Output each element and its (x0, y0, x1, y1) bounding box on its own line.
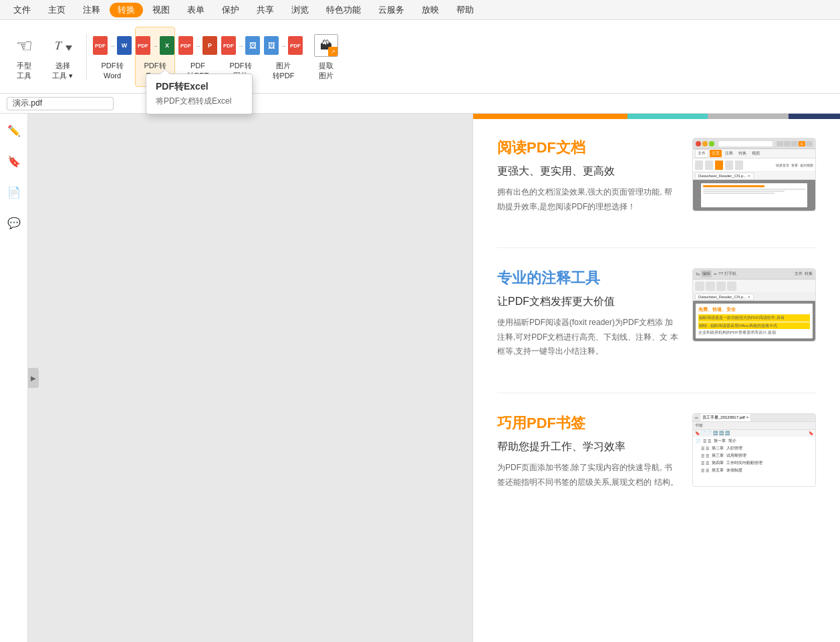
hand-tool-label: 手型工具 (17, 61, 31, 80)
color-bar-teal (627, 114, 708, 119)
hand-tool-button[interactable]: ☜ 手型工具 (7, 27, 41, 87)
preview-subtitle-annotate: 让PDF文档发挥更大价值 (497, 295, 679, 309)
preview-section-bookmark: 巧用PDF书签 帮助您提升工作、学习效率 为PDF页面添加书签,除了实现内容的快… (497, 413, 816, 490)
menu-features[interactable]: 特色功能 (318, 3, 369, 17)
menu-home[interactable]: 主页 (40, 3, 74, 17)
section-divider-2 (497, 393, 816, 393)
extract-image-icon: 🏔 ↗ (313, 33, 339, 58)
pdf-to-word-label: PDF转Word (102, 61, 124, 80)
color-bar-gray (708, 114, 789, 119)
preview-title-annotate: 专业的注释工具 (497, 268, 679, 288)
pdf-to-image-icon: PDF → 🖼 (228, 33, 253, 58)
sidebar-comment-icon[interactable]: 💬 (4, 213, 24, 233)
preview-img-read: G 文件 主页 注释 转换 视图 (692, 138, 816, 211)
select-tool-label: 选择工具 ▾ (52, 61, 73, 80)
sidebar-pages-icon[interactable]: 📄 (4, 182, 24, 202)
menubar: 文件 主页 注释 转换 视图 表单 保护 共享 浏览 特色功能 云服务 放映 帮… (0, 0, 840, 20)
pdf-to-excel-icon: PDF → X (142, 33, 168, 58)
image-to-pdf-label: 图片转PDF (273, 61, 295, 80)
collapse-panel-button[interactable]: ▶ (28, 368, 39, 388)
menu-share[interactable]: 共享 (249, 3, 282, 17)
color-bar (473, 114, 840, 119)
color-bar-navy (789, 114, 840, 119)
menu-file[interactable]: 文件 (5, 3, 39, 17)
section-divider-1 (497, 247, 816, 248)
image-to-pdf-icon: 🖼 → PDF (271, 33, 296, 58)
menu-present[interactable]: 放映 (414, 3, 447, 17)
preview-desc-bookmark: 为PDF页面添加书签,除了实现内容的快速导航, 书签还能指明不同书签的层级关系,… (497, 461, 679, 490)
menu-protect[interactable]: 保护 (214, 3, 247, 17)
preview-scroll[interactable]: 阅读PDF文档 更强大、更实用、更高效 拥有出色的文档渲染效果,强大的页面管理功… (473, 119, 840, 642)
preview-desc-annotate: 使用福昕PDF阅读器(foxit reader)为PDF文档添 加注释,可对PD… (497, 316, 679, 359)
toolbar-divider-1 (86, 33, 87, 80)
color-bar-orange (473, 114, 627, 119)
hand-icon: ☜ (11, 33, 37, 58)
image-to-pdf-button[interactable]: 🖼 → PDF 图片转PDF (263, 27, 303, 87)
menu-annotation[interactable]: 注释 (75, 3, 108, 17)
sidebar: ✏️ 🔖 📄 💬 (0, 114, 28, 642)
menu-form[interactable]: 表单 (179, 3, 213, 17)
main-layout: ✏️ 🔖 📄 💬 ▶ 阅读PDF文档 (0, 114, 840, 642)
preview-img-annotate: To编辑 ✏ TT 打字机 文件 转换 (692, 268, 816, 342)
tooltip-desc: 将PDF文档转成Excel (156, 96, 243, 107)
preview-text-annotate: 专业的注释工具 让PDF文档发挥更大价值 使用福昕PDF阅读器(foxit re… (497, 268, 679, 359)
preview-desc-read: 拥有出色的文档渲染效果,强大的页面管理功能, 帮助提升效率,是您阅读PDF的理想… (497, 185, 679, 214)
preview-title-bookmark: 巧用PDF书签 (497, 413, 679, 433)
svg-marker-1 (65, 45, 72, 51)
tooltip-popup: PDF转Excel 将PDF文档转成Excel (146, 74, 253, 114)
preview-img-bookmark: ✏ 员工手册_20120917.pdf × 书签 🔖📄📄🔤🔤🔤🔖 (692, 413, 816, 487)
pdf-preview-panel: 阅读PDF文档 更强大、更实用、更高效 拥有出色的文档渲染效果,强大的页面管理功… (472, 114, 840, 642)
pathbar (0, 94, 840, 114)
content-area: ▶ 阅读PDF文档 更强大、更实用、更高效 拥有出色的文档 (28, 114, 840, 642)
menu-browse[interactable]: 浏览 (283, 3, 317, 17)
menu-convert[interactable]: 转换 (110, 3, 143, 17)
preview-text-bookmark: 巧用PDF书签 帮助您提升工作、学习效率 为PDF页面添加书签,除了实现内容的快… (497, 413, 679, 490)
sidebar-edit-icon[interactable]: ✏️ (4, 120, 24, 140)
select-icon: 𝑇 (50, 33, 76, 58)
toolbar: ☜ 手型工具 𝑇 选择工具 ▾ PDF → W PDF转Word (0, 20, 840, 94)
preview-section-read: 阅读PDF文档 更强大、更实用、更高效 拥有出色的文档渲染效果,强大的页面管理功… (497, 138, 816, 214)
pdf-to-word-button[interactable]: PDF → W PDF转Word (92, 27, 132, 87)
menu-help[interactable]: 帮助 (448, 3, 482, 17)
select-tool-button[interactable]: 𝑇 选择工具 ▾ (44, 27, 81, 87)
extract-image-button[interactable]: 🏔 ↗ 提取图片 (306, 27, 346, 87)
menu-cloud[interactable]: 云服务 (370, 3, 412, 17)
sidebar-bookmark-icon[interactable]: 🔖 (4, 151, 24, 171)
pdf-to-ppt-icon: PDF → P (185, 33, 211, 58)
extract-image-label: 提取图片 (319, 61, 333, 80)
preview-text-read: 阅读PDF文档 更强大、更实用、更高效 拥有出色的文档渲染效果,强大的页面管理功… (497, 138, 679, 214)
preview-title-read: 阅读PDF文档 (497, 138, 679, 158)
svg-text:𝑇: 𝑇 (55, 39, 63, 52)
preview-subtitle-read: 更强大、更实用、更高效 (497, 165, 679, 179)
file-path-input[interactable] (7, 97, 114, 110)
tooltip-title: PDF转Excel (156, 81, 243, 93)
pdf-to-word-icon: PDF → W (100, 33, 125, 58)
menu-view[interactable]: 视图 (144, 3, 178, 17)
preview-subtitle-bookmark: 帮助您提升工作、学习效率 (497, 440, 679, 454)
preview-section-annotate: 专业的注释工具 让PDF文档发挥更大价值 使用福昕PDF阅读器(foxit re… (497, 268, 816, 359)
